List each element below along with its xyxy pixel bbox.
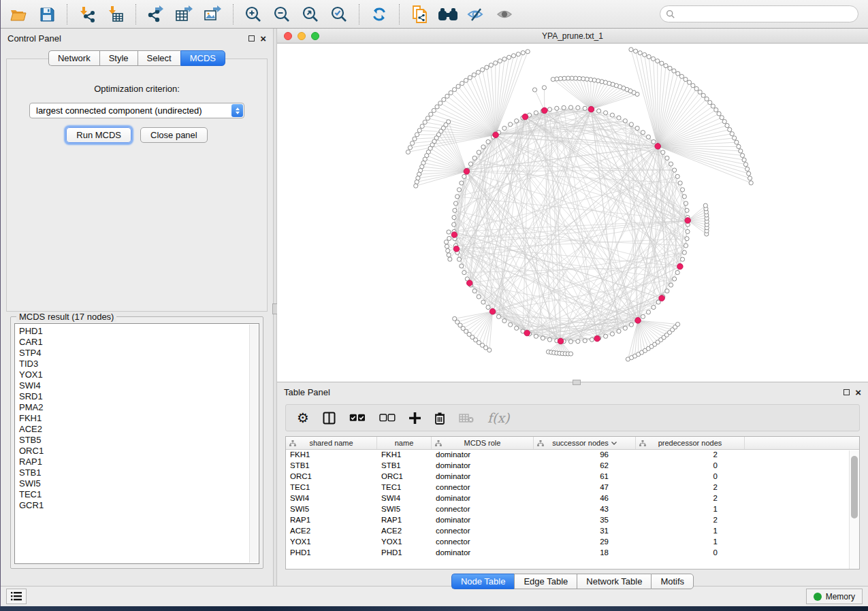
table-scrollbar[interactable] <box>849 450 859 569</box>
network-node[interactable] <box>486 139 490 144</box>
table-row[interactable]: STB1STB1dominator620 <box>286 461 859 472</box>
table-cell[interactable]: connector <box>432 526 534 537</box>
network-leaf-node[interactable] <box>542 86 546 90</box>
network-node[interactable] <box>452 216 456 220</box>
network-leaf-node[interactable] <box>748 176 752 180</box>
network-leaf-node[interactable] <box>679 74 684 78</box>
mcds-result-item[interactable]: ORC1 <box>19 446 259 457</box>
network-leaf-node[interactable] <box>742 158 746 162</box>
network-node[interactable] <box>680 257 684 261</box>
network-node[interactable] <box>457 188 461 192</box>
tab-style[interactable]: Style <box>99 50 138 66</box>
network-node[interactable] <box>583 339 587 343</box>
table-cell[interactable]: SWI4 <box>377 493 432 504</box>
column-header-name[interactable]: name <box>377 437 432 449</box>
network-node[interactable] <box>641 131 645 135</box>
network-leaf-node[interactable] <box>416 176 420 180</box>
mcds-result-item[interactable]: YOX1 <box>19 369 259 380</box>
network-leaf-node[interactable] <box>449 90 453 95</box>
table-row[interactable]: FKH1FKH1dominator962 <box>286 450 859 461</box>
table-row[interactable]: YOX1YOX1connector291 <box>286 537 859 548</box>
network-node[interactable] <box>462 270 466 274</box>
network-node[interactable] <box>665 156 669 160</box>
network-leaf-node[interactable] <box>521 51 525 55</box>
mcds-result-list[interactable]: PHD1CAR1STP4TID3YOX1SWI4SRD1PMA2FKH1ACE2… <box>14 323 259 564</box>
network-leaf-node[interactable] <box>489 63 493 67</box>
table-cell[interactable]: SWI5 <box>286 504 377 515</box>
network-leaf-node[interactable] <box>651 56 655 61</box>
network-leaf-node[interactable] <box>730 132 734 136</box>
network-mcds-node[interactable] <box>635 318 641 324</box>
show-columns-icon[interactable] <box>323 412 336 425</box>
network-mcds-node[interactable] <box>524 330 530 336</box>
network-node[interactable] <box>673 277 677 281</box>
tab-mcds[interactable]: MCDS <box>180 50 225 66</box>
table-cell[interactable]: PHD1 <box>286 548 377 559</box>
import-table-button[interactable] <box>103 3 128 26</box>
table-cell[interactable]: 43 <box>534 504 636 515</box>
table-row[interactable]: TEC1TEC1connector472 <box>286 482 859 493</box>
network-leaf-node[interactable] <box>675 323 679 327</box>
network-node[interactable] <box>669 162 673 166</box>
network-leaf-node[interactable] <box>415 180 419 184</box>
network-leaf-node[interactable] <box>743 163 748 167</box>
network-leaf-node[interactable] <box>740 153 744 157</box>
close-table-panel-icon[interactable]: × <box>855 389 861 395</box>
search-field[interactable] <box>660 5 858 22</box>
column-header-predecessor-nodes[interactable]: predecessor nodes <box>636 437 745 449</box>
network-node[interactable] <box>481 145 485 149</box>
table-cell[interactable]: 46 <box>534 493 636 504</box>
mcds-result-item[interactable]: SRD1 <box>19 391 259 402</box>
network-node[interactable] <box>541 336 545 340</box>
network-node[interactable] <box>568 340 573 344</box>
network-node[interactable] <box>576 105 580 110</box>
network-leaf-node[interactable] <box>446 248 450 252</box>
table-cell[interactable]: YOX1 <box>286 537 377 548</box>
network-leaf-node[interactable] <box>507 55 511 59</box>
network-mcds-node[interactable] <box>594 335 600 342</box>
float-table-panel-icon[interactable] <box>843 389 850 395</box>
network-leaf-node[interactable] <box>432 108 436 112</box>
close-panel-icon[interactable]: × <box>260 35 266 42</box>
mcds-result-item[interactable]: TID3 <box>19 359 259 369</box>
network-leaf-node[interactable] <box>472 73 476 77</box>
network-mcds-node[interactable] <box>466 280 472 286</box>
table-cell[interactable]: FKH1 <box>377 450 432 461</box>
network-leaf-node[interactable] <box>447 253 451 257</box>
table-row[interactable]: ORC1ORC1dominator610 <box>286 472 859 482</box>
network-leaf-node[interactable] <box>676 71 680 76</box>
network-node[interactable] <box>457 257 461 261</box>
network-leaf-node[interactable] <box>429 112 433 116</box>
network-leaf-node[interactable] <box>633 49 637 53</box>
save-session-button[interactable] <box>35 3 59 26</box>
network-leaf-node[interactable] <box>656 59 660 63</box>
table-cell[interactable]: 18 <box>534 548 636 559</box>
column-header-MCDS-role[interactable]: MCDS role <box>432 437 534 449</box>
network-node[interactable] <box>597 109 601 113</box>
network-leaf-node[interactable] <box>406 150 410 154</box>
table-cell[interactable]: 61 <box>534 472 636 482</box>
table-cell[interactable]: 0 <box>636 472 745 482</box>
network-leaf-node[interactable] <box>647 54 651 59</box>
network-leaf-node[interactable] <box>691 84 695 88</box>
network-leaf-node[interactable] <box>442 97 446 101</box>
network-mcds-node[interactable] <box>685 218 691 224</box>
network-leaf-node[interactable] <box>643 52 647 56</box>
network-leaf-node[interactable] <box>411 141 415 145</box>
mcds-result-item[interactable]: PHD1 <box>19 326 259 337</box>
network-mcds-node[interactable] <box>522 114 528 120</box>
mcds-result-item[interactable]: STP4 <box>19 348 259 359</box>
network-mcds-node[interactable] <box>464 169 470 175</box>
network-node[interactable] <box>460 264 464 268</box>
network-leaf-node[interactable] <box>502 57 507 61</box>
network-node[interactable] <box>547 337 551 342</box>
table-cell[interactable]: 62 <box>534 461 636 472</box>
network-node[interactable] <box>502 318 507 323</box>
network-leaf-node[interactable] <box>487 348 492 352</box>
network-node[interactable] <box>509 323 513 327</box>
network-node[interactable] <box>534 111 538 115</box>
network-leaf-node[interactable] <box>425 116 430 120</box>
network-node[interactable] <box>455 195 460 199</box>
network-node[interactable] <box>509 122 513 127</box>
network-mcds-node[interactable] <box>453 246 460 252</box>
